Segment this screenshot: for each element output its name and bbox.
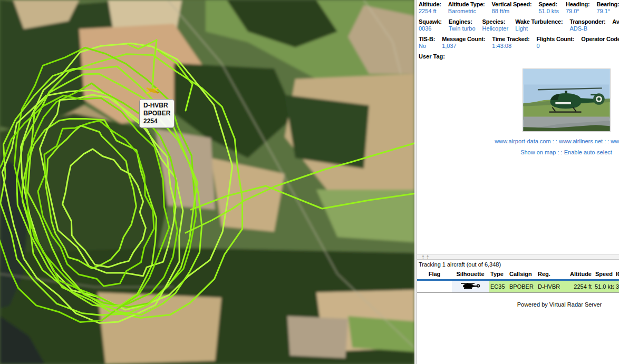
cell-registration[interactable]: D-HVBR — [536, 280, 566, 293]
stat-value: No — [419, 43, 435, 50]
cell-speed[interactable]: 51.0 kts — [593, 280, 614, 293]
column-header-altitude[interactable]: Altitude — [566, 270, 593, 280]
label-callsign: BPOBER — [143, 110, 170, 117]
link-www-airport-data-com[interactable]: www.airport-data.com — [495, 138, 550, 144]
aircraft-list-panel: Tracking 1 aircraft (out of 6,348) FlagS… — [417, 260, 619, 364]
link-www-airliners-net[interactable]: www.airliners.net — [559, 138, 603, 144]
cell-callsign[interactable]: BPOBER — [508, 280, 536, 293]
stat-tis-b: TIS-B:No — [419, 36, 435, 50]
stat-wake-turbulence: Wake Turbulence:Light — [515, 18, 563, 32]
stat-time-tracked: Time Tracked:1:43:08 — [492, 36, 529, 50]
stat-label: Avg. Signa — [612, 18, 619, 25]
aircraft-detail-panel: Altitude:2254 ftAltitude Type:Barometric… — [417, 0, 619, 254]
stat-row: TIS-B:NoMessage Count:1,037Time Tracked:… — [419, 36, 619, 50]
stat-label: Species: — [482, 18, 509, 25]
tracking-count-text: Tracking 1 aircraft (out of 6,348) — [417, 260, 619, 270]
aircraft-table-row[interactable]: EC35BPOBERD-HVBR2254 ft51.0 kts3 — [417, 280, 619, 293]
stat-operator-code: Operator Code: — [581, 36, 619, 50]
stat-label: Engines: — [449, 18, 476, 25]
stat-value: 0 — [537, 43, 575, 50]
label-altitude: 2254 — [143, 117, 170, 125]
stat-value: Light — [515, 25, 563, 32]
stat-label: Altitude Type: — [448, 1, 485, 8]
stat-value: 0036 — [419, 25, 442, 32]
stat-label: Operator Code: — [581, 36, 619, 43]
user-tag-label: User Tag: — [419, 53, 619, 60]
stat-value: 79.0° — [566, 8, 589, 15]
stat-label: Squawk: — [419, 18, 442, 25]
satellite-map — [0, 0, 414, 364]
cell-silhouette[interactable] — [452, 280, 489, 293]
stat-bearing: Bearing:79.1° — [596, 1, 619, 15]
stat-altitude: Altitude:2254 ft — [419, 1, 441, 15]
stat-label: Message Count: — [442, 36, 485, 43]
stat-transponder: Transponder:ADS-B — [569, 18, 605, 32]
stat-engines: Engines:Twin turbo — [449, 18, 476, 32]
link-separator: : : — [556, 149, 564, 155]
column-header-ic[interactable]: IC — [614, 270, 619, 280]
stat-value: Twin turbo — [449, 25, 476, 32]
aircraft-map-label[interactable]: D-HVBR BPOBER 2254 — [139, 99, 175, 128]
stat-label: TIS-B: — [419, 36, 435, 43]
stat-altitude-type: Altitude Type:Barometric — [448, 1, 485, 15]
stat-flights-count: Flights Count:0 — [537, 36, 575, 50]
column-header-callsign[interactable]: Callsign — [508, 270, 536, 280]
cell-icao[interactable]: 3 — [614, 280, 619, 293]
stat-value: 2254 ft — [419, 8, 441, 15]
stat-label: Speed: — [538, 1, 559, 8]
powered-by-text: Powered by Virtual Radar Server — [417, 301, 619, 308]
column-header-type[interactable]: Type — [489, 270, 508, 280]
list-splitter[interactable]: ⇡⇡ — [417, 254, 619, 260]
column-header-flag[interactable]: Flag — [417, 270, 452, 280]
cell-altitude[interactable]: 2254 ft — [566, 280, 593, 293]
stat-label: Altitude: — [419, 1, 441, 8]
stat-vertical-speed: Vertical Speed:88 ft/m — [492, 1, 532, 15]
link-www-airfra[interactable]: www.airfra — [611, 138, 619, 144]
stat-label: Transponder: — [569, 18, 605, 25]
link-separator: : : — [603, 138, 611, 144]
stat-speed: Speed:51.0 kts — [538, 1, 559, 15]
stat-row: Altitude:2254 ftAltitude Type:Barometric… — [419, 1, 619, 15]
aircraft-table-header: FlagSilhouetteTypeCallsignReg.AltitudeSp… — [417, 270, 619, 280]
virtual-radar-app: D-HVBR BPOBER 2254 Altitude:2254 ftAltit… — [0, 0, 619, 364]
stat-value: 51.0 kts — [538, 8, 559, 15]
stat-label: Vertical Speed: — [492, 1, 532, 8]
column-header-speed[interactable]: Speed — [593, 270, 614, 280]
aircraft-table: FlagSilhouetteTypeCallsignReg.AltitudeSp… — [417, 270, 619, 293]
photo-credit-links: www.airport-data.com : : www.airliners.n… — [419, 137, 619, 145]
stat-avg-signa: Avg. Signa — [612, 18, 619, 32]
stat-label: Bearing: — [596, 1, 619, 8]
stat-value: 79.1° — [596, 8, 619, 15]
cell-flag[interactable] — [417, 280, 452, 293]
stat-value: 88 ft/m — [492, 8, 532, 15]
stat-value: Barometric — [448, 8, 485, 15]
link-enable-auto-select[interactable]: Enable auto-select — [564, 149, 612, 155]
stat-message-count: Message Count:1,037 — [442, 36, 485, 50]
map-action-links: Show on map : : Enable auto-select — [419, 149, 619, 156]
stat-label: Time Tracked: — [492, 36, 529, 43]
stat-value — [581, 43, 619, 50]
cell-type[interactable]: EC35 — [489, 280, 508, 293]
stat-label: Heading: — [566, 1, 589, 8]
link-show-on-map[interactable]: Show on map — [520, 149, 556, 155]
stat-label: Wake Turbulence: — [515, 18, 563, 25]
stat-value: ADS-B — [569, 25, 605, 32]
terrain-layer — [0, 0, 414, 364]
right-panel: Altitude:2254 ftAltitude Type:Barometric… — [417, 0, 619, 364]
stat-value: 1,037 — [442, 43, 485, 50]
map-canvas[interactable]: D-HVBR BPOBER 2254 — [0, 0, 414, 364]
stat-squawk: Squawk:0036 — [419, 18, 442, 32]
stat-row: Squawk:0036Engines:Twin turboSpecies:Hel… — [419, 18, 619, 32]
stat-value: 1:43:08 — [492, 43, 529, 50]
aircraft-photo[interactable] — [523, 68, 611, 132]
link-separator: : : — [551, 138, 559, 144]
stat-label: Flights Count: — [537, 36, 575, 43]
splitter-handle-icon[interactable]: ⇡⇡ — [421, 255, 430, 260]
stat-value — [612, 25, 619, 32]
stat-value: Helicopter — [482, 25, 509, 32]
helicopter-silhouette-icon — [459, 282, 481, 290]
column-header-silhouette[interactable]: Silhouette — [452, 270, 489, 280]
column-header-reg[interactable]: Reg. — [536, 270, 566, 280]
label-registration: D-HVBR — [143, 102, 170, 110]
stat-heading: Heading:79.0° — [566, 1, 589, 15]
